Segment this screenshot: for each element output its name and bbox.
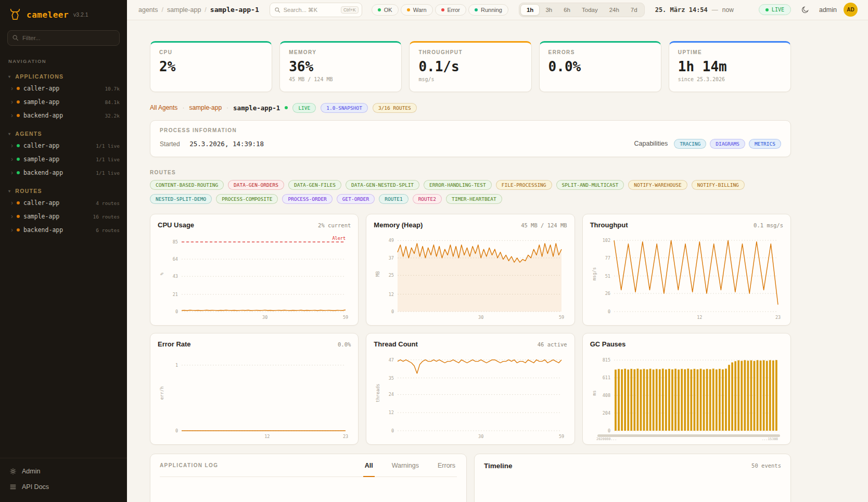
chart-header: CPU Usage 2% current <box>158 221 351 229</box>
now-label: now <box>722 6 734 14</box>
gear-icon <box>9 468 17 475</box>
sidebar-item-agent-sample-app[interactable]: › sample-app 1/1 live <box>0 152 127 166</box>
stat-sub: 45 MB / 124 MB <box>289 76 392 82</box>
svg-text:12: 12 <box>389 410 394 415</box>
theme-toggle-button[interactable] <box>798 3 812 17</box>
route-badge[interactable]: PROCESS-COMPOSITE <box>216 194 278 204</box>
svg-text:51: 51 <box>605 274 610 279</box>
svg-text:24: 24 <box>389 392 394 397</box>
breadcrumb-agents[interactable]: agents <box>138 6 158 14</box>
sidebar-item-routes-backend-app[interactable]: › backend-app 6 routes <box>0 223 127 237</box>
route-badge[interactable]: ROUTE1 <box>379 194 408 204</box>
svg-text:0: 0 <box>175 428 178 433</box>
status-filter-ok[interactable]: OK <box>372 4 399 16</box>
breadcrumb: agents / sample-app / sample-app-1 <box>138 6 259 14</box>
sidebar-item-badge: 1/1 live <box>96 143 120 149</box>
route-badge[interactable]: NOTIFY-BILLING <box>692 180 745 190</box>
charts-grid: CPU Usage 2% current 021436485%3059Alert… <box>150 214 791 445</box>
stat-sub: msg/s <box>418 76 522 82</box>
version-badge: 1.0-SNAPSHOT <box>321 103 368 113</box>
sidebar-item-app-sample-app[interactable]: › sample-app 84.1k <box>0 95 127 109</box>
sidebar-item-admin[interactable]: Admin <box>4 464 123 479</box>
svg-text:35: 35 <box>389 375 394 380</box>
application-log-panel: APPLICATION LOG All Warnings Errors <box>150 454 467 502</box>
svg-text:30: 30 <box>478 434 483 439</box>
sidebar-item-routes-sample-app[interactable]: › sample-app 16 routes <box>0 210 127 223</box>
route-badge[interactable]: NOTIFY-WAREHOUSE <box>628 180 687 190</box>
stat-label: UPTIME <box>678 49 782 55</box>
status-filter-warn[interactable]: Warn <box>401 4 433 16</box>
time-range-today[interactable]: Today <box>576 5 604 15</box>
nav-group-header-agents[interactable]: ▾ AGENTS <box>0 128 127 139</box>
sidebar-item-app-caller-app[interactable]: › caller-app 10.7k <box>0 82 127 95</box>
sidebar-footer: Admin API Docs <box>0 458 127 502</box>
status-filter-error[interactable]: Error <box>435 4 466 16</box>
capability-badge-diagrams: DIAGRAMS <box>710 139 745 149</box>
global-search[interactable]: Ctrl+K <box>270 3 362 17</box>
svg-text:23: 23 <box>775 315 781 320</box>
search-shortcut-kbd: Ctrl+K <box>341 6 359 14</box>
sidebar-item-agent-backend-app[interactable]: › backend-app 1/1 live <box>0 166 127 179</box>
status-filter-running[interactable]: Running <box>468 4 508 16</box>
avatar[interactable]: AD <box>844 3 858 17</box>
chart-title: Thread Count <box>374 340 418 348</box>
status-dot-icon <box>475 8 478 11</box>
tab-warnings[interactable]: Warnings <box>390 454 420 477</box>
route-badge[interactable]: DATA-GEN-NESTED-SPLIT <box>346 180 419 190</box>
stat-cards-row: CPU 2% MEMORY 36% 45 MB / 124 MB THROUGH… <box>150 41 791 92</box>
gc-pauses-chart: 0204408611815ms2020080......15308 <box>590 349 783 443</box>
route-badge[interactable]: FILE-PROCESSING <box>496 180 552 190</box>
route-badge[interactable]: ROUTE2 <box>413 194 442 204</box>
status-filter-label: Error <box>448 7 460 13</box>
sidebar-item-badge: 1/1 live <box>96 170 120 176</box>
filter-input[interactable] <box>7 30 120 46</box>
route-badge[interactable]: TIMER-HEARTBEAT <box>446 194 502 204</box>
sidebar-item-badge: 6 routes <box>96 227 120 233</box>
breadcrumb-sample-app[interactable]: sample-app <box>167 6 201 14</box>
sidebar-item-api-docs[interactable]: API Docs <box>4 479 123 495</box>
svg-text:21: 21 <box>173 292 178 297</box>
throughput-chart: 0265177102msg/s1223 <box>590 230 783 324</box>
svg-text:2020080...: 2020080... <box>596 437 617 441</box>
sidebar-item-badge: 16 routes <box>93 214 120 220</box>
route-badge[interactable]: SPLIT-AND-MULTICAST <box>556 180 624 190</box>
chart-header: Thread Count 46 active <box>374 340 567 348</box>
tab-all[interactable]: All <box>363 454 375 477</box>
time-range-6h[interactable]: 6h <box>558 5 576 15</box>
chart-current-value: 46 active <box>538 341 567 347</box>
time-range-24h[interactable]: 24h <box>604 5 625 15</box>
date-range-picker[interactable]: 25. März 14:54 — now <box>655 6 734 14</box>
route-badge[interactable]: ERROR-HANDLING-TEST <box>424 180 492 190</box>
sidebar-item-agent-caller-app[interactable]: › caller-app 1/1 live <box>0 139 127 152</box>
logo-row: cameleer v3.2.1 <box>0 0 127 28</box>
status-filter-label: OK <box>384 7 392 13</box>
sidebar-item-app-backend-app[interactable]: › backend-app 32.2k <box>0 109 127 122</box>
chevron-right-icon: › <box>11 112 13 119</box>
nav-group-header-applications[interactable]: ▾ APPLICATIONS <box>0 71 127 82</box>
chevron-right-icon: › <box>11 213 13 220</box>
status-filter-label: Running <box>481 7 502 13</box>
time-range-3h[interactable]: 3h <box>540 5 558 15</box>
sidebar-item-routes-caller-app[interactable]: › caller-app 4 routes <box>0 196 127 210</box>
all-agents-link[interactable]: All Agents <box>150 104 177 111</box>
time-range-7d[interactable]: 7d <box>625 5 643 15</box>
chart-title: Memory (Heap) <box>374 221 423 229</box>
tab-errors[interactable]: Errors <box>436 454 457 477</box>
route-badge[interactable]: DATA-GEN-ORDERS <box>228 180 284 190</box>
live-indicator[interactable]: LIVE <box>759 4 791 15</box>
search-input[interactable] <box>284 7 338 13</box>
chart-title: CPU Usage <box>158 221 194 229</box>
route-badge[interactable]: DATA-GEN-FILES <box>288 180 341 190</box>
svg-text:102: 102 <box>602 238 610 243</box>
route-badge[interactable]: CONTENT-BASED-ROUTING <box>150 180 224 190</box>
time-range-1h[interactable]: 1h <box>520 4 540 16</box>
agent-app-link[interactable]: sample-app <box>189 104 222 111</box>
chart-title: GC Pauses <box>590 340 626 348</box>
route-badge[interactable]: PROCESS-ORDER <box>282 194 332 204</box>
route-badge[interactable]: GET-ORDER <box>337 194 375 204</box>
status-dot-icon <box>17 201 20 204</box>
route-badge[interactable]: NESTED-SPLIT-DEMO <box>150 194 212 204</box>
nav-group-header-routes[interactable]: ▾ ROUTES <box>0 186 127 196</box>
svg-text:Alert: Alert <box>332 236 346 241</box>
chart-card-throughput: Throughput 0.1 msg/s 0265177102msg/s1223 <box>582 214 791 326</box>
